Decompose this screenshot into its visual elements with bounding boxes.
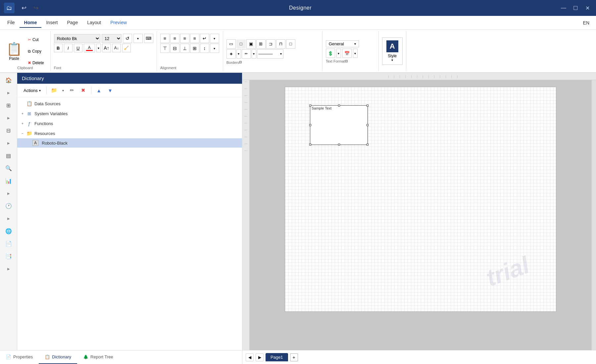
undo-button[interactable]: ↩ — [19, 3, 29, 13]
tree-item-resources[interactable]: − 📁 Resources — [17, 128, 242, 138]
menu-insert[interactable]: Insert — [41, 18, 62, 28]
tree-item-functions[interactable]: + ƒ Functions — [17, 118, 242, 128]
redo-button[interactable]: ↪ — [30, 3, 41, 13]
indent-dropdown[interactable]: ▾ — [210, 34, 219, 43]
sidebar-item-barcode[interactable]: ▤ — [3, 150, 15, 161]
menu-layout[interactable]: Layout — [82, 18, 106, 28]
handle-botright[interactable] — [367, 144, 369, 146]
fill-color-button[interactable]: ◈ — [226, 49, 236, 59]
sidebar-item-crossband[interactable]: ⊟ — [3, 124, 15, 136]
fill-color-dropdown[interactable]: ▾ — [236, 49, 241, 59]
maximize-button[interactable]: ☐ — [571, 3, 580, 13]
sidebar-expand-3[interactable]: ▶ — [3, 137, 15, 149]
sidebar-item-table[interactable]: ⊞ — [3, 99, 15, 111]
tab-properties[interactable]: 📄 Properties — [0, 350, 39, 364]
format-dropdown[interactable]: General ▾ — [326, 40, 359, 47]
expander-functions[interactable]: + — [20, 121, 25, 126]
valign-mid-button[interactable]: ⊟ — [170, 44, 179, 53]
tab-dictionary[interactable]: 📋 Dictionary — [39, 350, 77, 364]
line-color-dropdown[interactable]: ▾ — [252, 49, 256, 59]
wordwrap-button[interactable]: ⌨ — [144, 34, 153, 43]
handle-botmid[interactable] — [338, 144, 340, 146]
add-page-button[interactable]: + — [290, 353, 298, 361]
page-prev-button[interactable]: ◀ — [246, 353, 254, 361]
edit-button[interactable]: ✏ — [67, 86, 77, 95]
handle-topright[interactable] — [367, 105, 369, 107]
align-right-button[interactable]: ≡ — [180, 34, 189, 43]
delete-dict-button[interactable]: ✖ — [78, 86, 88, 95]
border-inner-button[interactable]: ⊞ — [256, 39, 266, 49]
font-color-dropdown[interactable]: ▾ — [96, 44, 101, 52]
text-box[interactable]: Sample Text — [310, 105, 368, 145]
italic-button[interactable]: I — [64, 44, 73, 52]
sidebar-expand-4[interactable]: ▶ — [3, 187, 15, 199]
handle-topmid[interactable] — [338, 105, 340, 107]
style-button[interactable]: A Style ▾ — [382, 37, 403, 65]
valign-just-button[interactable]: ⊞ — [190, 44, 199, 53]
copy-button[interactable]: ⧉ Copy — [26, 48, 46, 55]
move-down-button[interactable]: ▼ — [105, 86, 115, 95]
date-dropdown[interactable]: ▾ — [353, 49, 358, 58]
border-style6[interactable]: ⊓ — [276, 39, 285, 49]
border-right-button[interactable]: ⊐ — [266, 39, 275, 49]
vertical-scrollbar[interactable] — [591, 80, 596, 350]
underline-button[interactable]: U — [74, 44, 82, 52]
add-item-dropdown[interactable]: ▾ — [61, 86, 66, 95]
add-item-button[interactable]: 📁 — [49, 86, 59, 95]
borders-expand-icon[interactable]: ⊡ — [239, 60, 242, 64]
menu-page[interactable]: Page — [62, 18, 82, 28]
bold-button[interactable]: B — [54, 44, 63, 52]
sidebar-expand-2[interactable]: ▶ — [3, 112, 15, 124]
border-outer-button[interactable]: ▣ — [246, 39, 256, 49]
sidebar-expand-bottom[interactable]: ▶ — [3, 263, 15, 275]
line-color-button[interactable]: ✏ — [242, 49, 251, 59]
valign-top-button[interactable]: ⊤ — [160, 44, 170, 53]
page-next-button[interactable]: ▶ — [256, 353, 264, 361]
tree-item-data-sources[interactable]: 📋 Data Sources — [17, 99, 242, 109]
expander-system-variables[interactable]: + — [20, 111, 25, 116]
font-name-select[interactable]: Roboto Bk — [54, 34, 100, 43]
menu-home[interactable]: Home — [20, 18, 42, 28]
font-color-button[interactable]: A — [84, 44, 95, 52]
align-center-button[interactable]: ≡ — [170, 34, 179, 43]
sidebar-item-globe[interactable]: 🌐 — [3, 225, 15, 237]
currency-dropdown[interactable]: ▾ — [336, 49, 341, 58]
move-up-button[interactable]: ▲ — [94, 86, 104, 95]
sidebar-expand-1[interactable]: ▶ — [3, 87, 15, 99]
font-size-decrease[interactable]: A↓ — [112, 44, 121, 52]
border-single-button[interactable]: □ — [286, 39, 295, 49]
menu-preview[interactable]: Preview — [106, 18, 131, 28]
currency-button[interactable]: 💲 — [326, 49, 335, 58]
menu-file[interactable]: File — [3, 18, 20, 28]
close-button[interactable]: ✕ — [583, 3, 592, 13]
actions-button[interactable]: Actions ▾ — [21, 86, 44, 95]
language-indicator[interactable]: EN — [579, 20, 593, 25]
rotate-dropdown[interactable]: ▾ — [133, 34, 143, 43]
textformat-expand-icon[interactable]: ⊡ — [345, 59, 348, 63]
handle-botleft[interactable] — [309, 144, 311, 146]
date-button[interactable]: 📅 — [342, 49, 352, 58]
handle-midleft[interactable] — [309, 124, 311, 126]
clear-format-button[interactable]: 🧹 — [122, 44, 131, 52]
handle-midright[interactable] — [367, 124, 369, 126]
sidebar-item-clock[interactable]: 🕐 — [3, 200, 15, 212]
page-canvas[interactable]: Sample Text trial — [285, 87, 556, 312]
minimize-button[interactable]: — — [559, 3, 568, 13]
line-spacing-button[interactable]: ↕ — [200, 44, 209, 53]
sidebar-item-chart[interactable]: 📊 — [3, 175, 15, 187]
sidebar-item-stack[interactable]: 📑 — [3, 250, 15, 262]
sidebar-item-layers[interactable]: 📄 — [3, 238, 15, 250]
tab-report-tree[interactable]: 🌲 Report Tree — [77, 350, 119, 364]
sidebar-item-home[interactable]: 🏠 — [3, 74, 15, 86]
border-full-button[interactable]: ▭ — [226, 39, 236, 49]
rotate-button[interactable]: ↺ — [123, 34, 132, 43]
canvas-main[interactable]: Sample Text trial — [250, 80, 591, 350]
tree-item-roboto-black[interactable]: A Roboto-Black — [17, 138, 242, 148]
handle-topleft[interactable] — [309, 105, 311, 107]
line-spacing-dropdown[interactable]: ▾ — [210, 44, 219, 53]
font-size-increase[interactable]: A↑ — [102, 44, 111, 52]
indent-button[interactable]: ↵ — [200, 34, 209, 43]
cut-button[interactable]: ✂ Cut — [26, 36, 46, 43]
expander-data-sources[interactable] — [20, 101, 25, 106]
tree-item-system-variables[interactable]: + ⊞ System Variables — [17, 109, 242, 118]
